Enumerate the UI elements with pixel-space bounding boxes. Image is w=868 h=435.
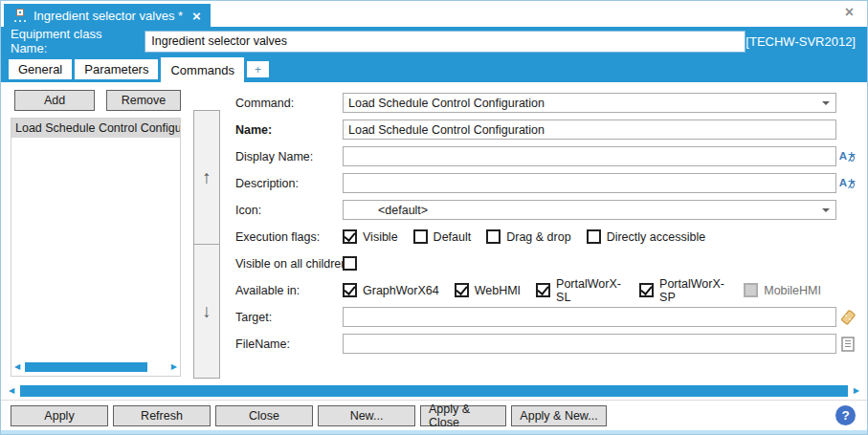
name-input[interactable]: Load Schedule Control Configuration xyxy=(343,120,836,140)
filename-input[interactable] xyxy=(343,334,836,354)
checkbox-box[interactable] xyxy=(343,229,357,244)
window-bottom-border xyxy=(1,430,867,435)
apply-button[interactable]: Apply xyxy=(11,405,108,426)
checkbox-box[interactable] xyxy=(455,283,469,297)
scroll-left-icon[interactable]: ◀ xyxy=(9,387,14,395)
checkbox-visible-on-all-children[interactable] xyxy=(343,256,363,271)
tab-commands[interactable]: Commands xyxy=(161,57,243,82)
chevron-down-icon xyxy=(822,101,830,105)
display-name-row: Display Name: A xyxy=(235,146,859,166)
checkbox-portalworx-sl[interactable]: PortalWorX-SL xyxy=(536,277,624,304)
remove-button[interactable]: Remove xyxy=(106,90,181,111)
checkbox-box[interactable] xyxy=(343,256,357,271)
description-row: Description: A xyxy=(235,173,859,193)
target-row: Target: xyxy=(235,307,859,327)
checkbox-label: WebHMI xyxy=(475,284,521,297)
up-arrow-icon: ↑ xyxy=(202,167,211,188)
checkbox-mobilehmi: MobileHMI xyxy=(744,283,821,297)
execution-flags-row: Execution flags: Visible Default Drag & … xyxy=(235,227,859,247)
checkbox-box xyxy=(744,283,758,297)
footer-button-bar: Apply Refresh Close New... Apply & Close… xyxy=(1,401,867,430)
available-in-row: Available in: GraphWorX64 WebHMI PortalW… xyxy=(235,280,859,300)
checkbox-box[interactable] xyxy=(486,229,501,244)
add-button[interactable]: Add xyxy=(14,90,95,111)
execution-flags-label: Execution flags: xyxy=(235,230,343,244)
localize-icon-letter: A xyxy=(839,151,847,163)
checkbox-box[interactable] xyxy=(639,283,654,297)
checkbox-graphworx64[interactable]: GraphWorX64 xyxy=(343,283,439,297)
list-horizontal-scrollbar[interactable]: ◀ ▶ xyxy=(11,359,180,376)
help-icon[interactable]: ? xyxy=(835,405,856,425)
checkbox-box[interactable] xyxy=(413,229,428,244)
checkbox-label: GraphWorX64 xyxy=(363,284,439,297)
checkbox-label: PortalWorX-SL xyxy=(556,277,624,304)
visible-on-all-children-label: Visible on all children: xyxy=(235,257,343,271)
main-horizontal-scrollbar[interactable]: ◀ ▶ xyxy=(1,382,867,401)
icon-dropdown[interactable]: <default> xyxy=(343,200,836,220)
available-in-label: Available in: xyxy=(235,284,343,297)
name-label: Name: xyxy=(235,123,343,137)
list-scrollbar-thumb[interactable] xyxy=(25,362,147,372)
localize-icon-letter: A xyxy=(839,178,847,189)
scroll-right-icon[interactable]: ▶ xyxy=(171,363,177,371)
command-dropdown[interactable]: Load Schedule Control Configuration xyxy=(343,93,836,113)
checkbox-box[interactable] xyxy=(536,283,550,297)
checkbox-directly-accessible[interactable]: Directly accessible xyxy=(587,229,706,244)
tab-add-new[interactable]: + xyxy=(247,61,269,77)
description-input[interactable] xyxy=(343,173,836,193)
command-list[interactable]: Load Schedule Control Configuration ◀ ▶ xyxy=(11,118,181,377)
localize-icon[interactable]: A xyxy=(839,151,857,163)
icon-dropdown-value: <default> xyxy=(378,204,428,217)
checkbox-label: Drag & drop xyxy=(506,230,570,244)
down-arrow-icon: ↓ xyxy=(202,301,211,322)
tab-parameters[interactable]: Parameters xyxy=(75,59,158,79)
visible-on-all-children-row: Visible on all children: xyxy=(235,253,859,273)
scroll-left-icon[interactable]: ◀ xyxy=(14,363,20,371)
checkbox-box[interactable] xyxy=(343,283,357,297)
new-button[interactable]: New... xyxy=(318,405,415,426)
checkbox-drag-drop[interactable]: Drag & drop xyxy=(486,229,570,244)
pane-close-icon[interactable]: × xyxy=(845,5,854,20)
main-scrollbar-thumb[interactable] xyxy=(20,385,848,397)
equipment-class-editor-window: Ingredient selector valves * × × Equipme… xyxy=(0,0,868,435)
reorder-column: ↑ ↓ xyxy=(193,110,220,379)
tab-strip: General Parameters Commands + xyxy=(1,55,867,82)
checkbox-webhmi[interactable]: WebHMI xyxy=(455,283,521,297)
display-name-input[interactable] xyxy=(343,146,836,166)
command-dropdown-value: Load Schedule Control Configuration xyxy=(348,97,545,110)
checkbox-default[interactable]: Default xyxy=(413,229,472,244)
apply-and-new-button[interactable]: Apply & New... xyxy=(511,405,607,426)
localize-icon-hiragana xyxy=(847,151,857,163)
equipment-name-label: Equipment class Name: xyxy=(11,27,137,55)
server-badge: [TECHW-SVR2012] xyxy=(746,34,856,49)
localize-icon[interactable]: A xyxy=(839,178,857,189)
equipment-class-icon xyxy=(13,9,27,23)
filename-row: FileName: xyxy=(235,334,859,354)
document-tab[interactable]: Ingredient selector valves * × xyxy=(4,4,211,27)
chevron-down-icon xyxy=(822,208,830,212)
checkbox-label: Directly accessible xyxy=(607,230,706,244)
description-label: Description: xyxy=(235,177,343,190)
close-button[interactable]: Close xyxy=(215,405,313,426)
checkbox-box[interactable] xyxy=(587,229,601,244)
command-label: Command: xyxy=(235,97,343,110)
checkbox-portalworx-sp[interactable]: PortalWorX-SP xyxy=(639,277,728,304)
list-item[interactable]: Load Schedule Control Configuration xyxy=(11,119,180,138)
command-form: Command: Load Schedule Control Configura… xyxy=(235,88,859,382)
filename-label: FileName: xyxy=(235,337,343,351)
equipment-name-input[interactable]: Ingredient selector valves xyxy=(145,31,746,53)
tab-close-icon[interactable]: × xyxy=(192,9,201,23)
refresh-button[interactable]: Refresh xyxy=(113,405,211,426)
checkbox-visible[interactable]: Visible xyxy=(343,229,398,244)
browse-file-icon[interactable] xyxy=(841,337,855,352)
move-down-button[interactable]: ↓ xyxy=(194,244,219,378)
icon-row: Icon: <default> xyxy=(235,200,859,220)
tab-general[interactable]: General xyxy=(9,59,72,79)
target-input[interactable] xyxy=(343,307,836,327)
checkbox-label: Default xyxy=(434,230,472,244)
move-up-button[interactable]: ↑ xyxy=(194,111,219,244)
tag-icon[interactable] xyxy=(840,310,856,325)
checkbox-label: MobileHMI xyxy=(764,284,821,297)
scroll-right-icon[interactable]: ▶ xyxy=(854,387,859,395)
apply-and-close-button[interactable]: Apply & Close xyxy=(420,405,506,426)
